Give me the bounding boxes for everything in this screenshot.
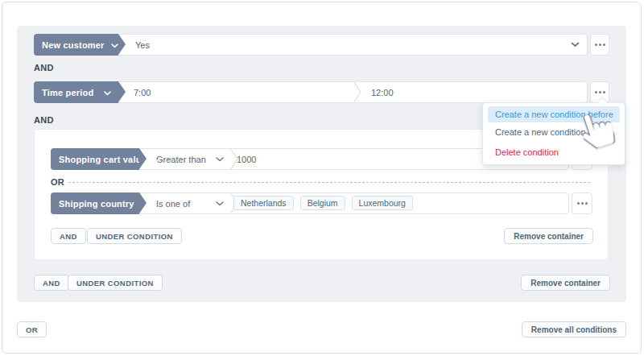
nested-and-button[interactable]: AND [51,228,86,244]
condition-type-button-shipping-country[interactable]: Shipping country [51,192,139,214]
or-operator-label: OR [51,177,64,187]
condition-type-label: Shipping country [59,199,134,209]
nested-under-condition-button[interactable]: UNDER CONDITION [87,228,182,244]
and-operator-label: AND [34,115,54,125]
chevron-down-icon[interactable] [571,35,580,55]
rule-builder-page: Yes New customer AND 7:00 12:00 Time per… [0,0,644,356]
condition-type-label: Time period [42,88,93,97]
country-tag[interactable]: Netherlands [233,196,294,210]
or-dashed-separator [68,182,590,183]
condition-type-label: New customer [42,40,105,50]
operator-select-value[interactable]: Greater than [156,149,206,169]
amount-input-value[interactable]: 1000 [237,149,256,169]
group-under-condition-button[interactable]: UNDER CONDITION [68,275,163,291]
group-and-button[interactable]: AND [34,275,69,291]
condition-type-button-cart-value[interactable]: Shopping cart value [51,148,139,170]
time-to-value[interactable]: 12:00 [371,82,394,102]
time-from-value[interactable]: 7:00 [134,82,151,102]
or-add-button[interactable]: OR [17,321,47,337]
condition-type-button-new-customer[interactable]: New customer [34,34,118,56]
more-options-button-shipping-country[interactable] [572,192,592,214]
condition-type-button-time-period[interactable]: Time period [34,81,118,103]
country-tag-list: Netherlands Belgium Luxembourg [233,196,413,210]
chevron-down-icon [111,40,118,50]
and-operator-label: AND [34,63,54,72]
nested-remove-container-button[interactable]: Remove container [504,228,593,244]
chevron-down-icon [141,199,148,209]
remove-all-conditions-button[interactable]: Remove all conditions [522,321,626,337]
chevron-down-icon [153,155,160,164]
chevron-down-icon[interactable] [216,149,224,169]
group-remove-container-button[interactable]: Remove container [521,275,610,291]
condition-type-label: Shopping cart value [59,155,147,164]
chevron-down-icon [104,88,111,97]
field-divider-chevron [353,82,362,106]
chevron-down-icon[interactable] [216,193,224,213]
operator-select-value[interactable]: Is one of [156,193,190,213]
country-tag[interactable]: Belgium [300,196,345,210]
country-tag[interactable]: Luxembourg [352,196,413,210]
more-options-button[interactable] [590,34,609,56]
condition-value: Yes [135,35,150,55]
